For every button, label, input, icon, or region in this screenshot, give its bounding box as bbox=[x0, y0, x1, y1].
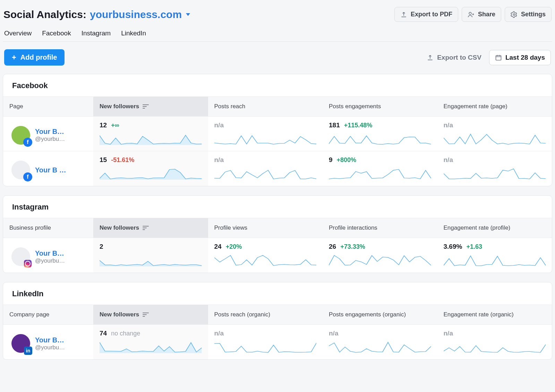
sparkline bbox=[444, 253, 546, 266]
metric-value: n/a bbox=[214, 156, 224, 164]
tab-instagram[interactable]: Instagram bbox=[82, 29, 111, 37]
sort-icon bbox=[143, 104, 149, 109]
profile-handle: @yourbu… bbox=[35, 136, 65, 143]
tab-linkedin[interactable]: LinkedIn bbox=[121, 29, 146, 37]
chevron-down-icon bbox=[186, 13, 190, 16]
date-range-selector[interactable]: Last 28 days bbox=[489, 50, 551, 65]
column-header[interactable]: Posts reach (organic) bbox=[208, 305, 323, 324]
metric-cell: 9 +800% bbox=[323, 151, 437, 186]
page-title: Social Analytics: bbox=[3, 9, 86, 20]
section-title: LinkedIn bbox=[3, 282, 552, 305]
export-pdf-button[interactable]: Export to PDF bbox=[394, 7, 458, 22]
metric-line: n/a bbox=[444, 121, 546, 129]
metric-line: 12 +∞ bbox=[100, 121, 202, 129]
metric-line: 2 bbox=[100, 243, 202, 250]
metric-value: 12 bbox=[100, 121, 107, 129]
profile-name: Your B… bbox=[35, 336, 65, 344]
export-pdf-label: Export to PDF bbox=[411, 11, 452, 18]
svg-point-0 bbox=[469, 12, 471, 15]
profile-handle: @yourbu… bbox=[35, 344, 65, 351]
profile-cell[interactable]: fYour B…@yourbu… bbox=[3, 117, 93, 151]
metric-value: n/a bbox=[444, 121, 453, 129]
domain-name: yourbusiness.com bbox=[90, 9, 182, 20]
column-header[interactable]: New followers bbox=[93, 305, 208, 324]
metric-cell: n/a bbox=[437, 117, 552, 151]
metric-line: 74 no change bbox=[100, 330, 202, 337]
sort-icon bbox=[143, 226, 149, 230]
svg-point-1 bbox=[513, 14, 515, 15]
metric-line: n/a bbox=[214, 330, 317, 337]
metric-value: 181 bbox=[329, 121, 340, 129]
column-header[interactable]: Posts reach bbox=[208, 97, 323, 116]
table-header: Company pageNew followers Posts reach (o… bbox=[3, 305, 552, 325]
settings-button[interactable]: Settings bbox=[505, 7, 552, 22]
metric-delta: +20% bbox=[226, 243, 242, 250]
tab-overview[interactable]: Overview bbox=[4, 29, 32, 37]
table-header: PageNew followers Posts reachPosts engag… bbox=[3, 96, 552, 117]
column-header[interactable]: Posts engagements bbox=[323, 97, 437, 116]
sparkline bbox=[329, 131, 431, 145]
metric-line: n/a bbox=[444, 156, 546, 164]
column-header[interactable]: Engagement rate (page) bbox=[437, 97, 552, 116]
metric-cell: 2 bbox=[93, 238, 208, 273]
table-row: inYour B…@yourbu…74 no changen/a n/a n/a bbox=[3, 325, 552, 359]
tab-facebook[interactable]: Facebook bbox=[42, 29, 71, 37]
table-row: Your B…@yourbu…2 24 +20%26 +73.33%3.69% … bbox=[3, 238, 552, 273]
add-profile-button[interactable]: + Add profile bbox=[4, 49, 65, 66]
metric-cell: 12 +∞ bbox=[93, 117, 208, 151]
profile-avatar: f bbox=[11, 161, 30, 179]
column-header[interactable]: New followers bbox=[93, 97, 208, 116]
sparkline bbox=[100, 253, 202, 266]
metric-value: n/a bbox=[214, 121, 224, 129]
profile-name: Your B… bbox=[35, 128, 65, 136]
export-csv-button[interactable]: Export to CSV bbox=[427, 54, 481, 61]
metric-cell: n/a bbox=[323, 325, 437, 359]
profile-handle: @yourbu… bbox=[35, 257, 65, 264]
column-header[interactable]: Profile interactions bbox=[323, 218, 437, 238]
metric-cell: 26 +73.33% bbox=[323, 238, 437, 273]
metric-value: 24 bbox=[214, 243, 222, 250]
tabs: Overview Facebook Instagram LinkedIn bbox=[3, 29, 552, 42]
section-panel: InstagramBusiness profileNew followers P… bbox=[3, 195, 552, 273]
person-plus-icon bbox=[468, 11, 475, 18]
upload-icon bbox=[427, 54, 434, 61]
metric-cell: 181 +115.48% bbox=[323, 117, 437, 151]
plus-icon: + bbox=[12, 54, 16, 61]
metric-delta: +73.33% bbox=[340, 243, 365, 250]
gear-icon bbox=[511, 11, 518, 18]
facebook-badge-icon: f bbox=[23, 138, 32, 147]
column-header[interactable]: Profile views bbox=[208, 218, 323, 238]
column-header[interactable]: Business profile bbox=[3, 218, 93, 238]
toolbar: + Add profile Export to CSV Last 28 days bbox=[3, 42, 552, 72]
metric-value: 9 bbox=[329, 156, 333, 164]
sparkline bbox=[214, 253, 317, 266]
column-header[interactable]: Company page bbox=[3, 305, 93, 324]
metric-delta: +∞ bbox=[111, 122, 119, 129]
page-header: Social Analytics: yourbusiness.com Expor… bbox=[3, 3, 552, 29]
column-header[interactable]: New followers bbox=[93, 218, 208, 238]
metric-value: n/a bbox=[214, 330, 224, 337]
column-header[interactable]: Engagement rate (profile) bbox=[437, 218, 552, 238]
profile-cell[interactable]: Your B…@yourbu… bbox=[3, 238, 93, 273]
column-header[interactable]: Posts engagements (organic) bbox=[323, 305, 437, 324]
profile-cell[interactable]: fYour B … bbox=[3, 151, 93, 186]
share-button[interactable]: Share bbox=[462, 7, 501, 22]
metric-delta: +1.63 bbox=[466, 243, 482, 250]
metric-cell: 3.69% +1.63 bbox=[437, 238, 552, 273]
sparkline bbox=[444, 339, 546, 353]
section-panel: LinkedInCompany pageNew followers Posts … bbox=[3, 282, 552, 360]
metric-line: 9 +800% bbox=[329, 156, 431, 164]
metric-value: n/a bbox=[444, 156, 453, 164]
section-title: Instagram bbox=[3, 196, 552, 218]
column-header[interactable]: Page bbox=[3, 97, 93, 116]
metric-delta: +115.48% bbox=[344, 122, 373, 129]
profile-avatar: in bbox=[11, 334, 30, 353]
sparkline bbox=[214, 339, 317, 353]
metric-cell: 74 no change bbox=[93, 325, 208, 359]
column-header[interactable]: Engagement rate (organic) bbox=[437, 305, 552, 324]
profile-cell[interactable]: inYour B…@yourbu… bbox=[3, 325, 93, 359]
metric-delta: -51.61% bbox=[111, 156, 134, 164]
metric-line: 26 +73.33% bbox=[329, 243, 431, 250]
domain-selector[interactable]: yourbusiness.com bbox=[90, 9, 190, 20]
metric-value: 26 bbox=[329, 243, 336, 250]
